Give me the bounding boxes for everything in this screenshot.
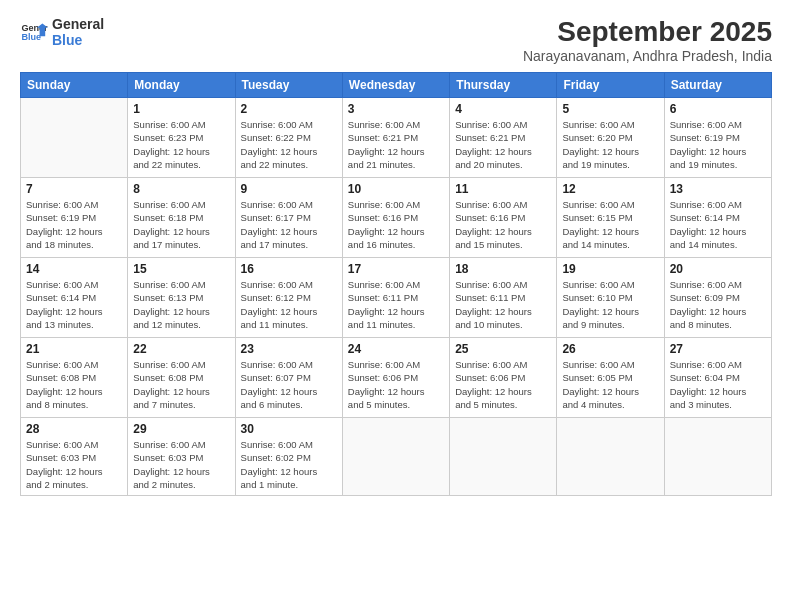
day-info: Sunrise: 6:00 AM Sunset: 6:21 PM Dayligh… [455, 118, 551, 171]
calendar-cell: 18Sunrise: 6:00 AM Sunset: 6:11 PM Dayli… [450, 258, 557, 338]
col-header-sunday: Sunday [21, 73, 128, 98]
calendar-cell: 19Sunrise: 6:00 AM Sunset: 6:10 PM Dayli… [557, 258, 664, 338]
day-info: Sunrise: 6:00 AM Sunset: 6:12 PM Dayligh… [241, 278, 337, 331]
calendar-week-row: 1Sunrise: 6:00 AM Sunset: 6:23 PM Daylig… [21, 98, 772, 178]
location: Narayanavanam, Andhra Pradesh, India [523, 48, 772, 64]
day-number: 11 [455, 182, 551, 196]
day-number: 25 [455, 342, 551, 356]
day-info: Sunrise: 6:00 AM Sunset: 6:13 PM Dayligh… [133, 278, 229, 331]
day-number: 13 [670, 182, 766, 196]
svg-text:Blue: Blue [21, 32, 41, 42]
calendar-cell [450, 418, 557, 496]
calendar-cell: 21Sunrise: 6:00 AM Sunset: 6:08 PM Dayli… [21, 338, 128, 418]
calendar-week-row: 28Sunrise: 6:00 AM Sunset: 6:03 PM Dayli… [21, 418, 772, 496]
day-info: Sunrise: 6:00 AM Sunset: 6:06 PM Dayligh… [455, 358, 551, 411]
calendar-cell: 25Sunrise: 6:00 AM Sunset: 6:06 PM Dayli… [450, 338, 557, 418]
day-info: Sunrise: 6:00 AM Sunset: 6:11 PM Dayligh… [455, 278, 551, 331]
calendar-cell: 20Sunrise: 6:00 AM Sunset: 6:09 PM Dayli… [664, 258, 771, 338]
day-number: 26 [562, 342, 658, 356]
day-number: 29 [133, 422, 229, 436]
day-number: 1 [133, 102, 229, 116]
day-number: 9 [241, 182, 337, 196]
calendar-cell: 4Sunrise: 6:00 AM Sunset: 6:21 PM Daylig… [450, 98, 557, 178]
day-info: Sunrise: 6:00 AM Sunset: 6:04 PM Dayligh… [670, 358, 766, 411]
title-block: September 2025 Narayanavanam, Andhra Pra… [523, 16, 772, 64]
calendar-cell: 3Sunrise: 6:00 AM Sunset: 6:21 PM Daylig… [342, 98, 449, 178]
day-info: Sunrise: 6:00 AM Sunset: 6:16 PM Dayligh… [348, 198, 444, 251]
logo-icon: General Blue [20, 18, 48, 46]
col-header-tuesday: Tuesday [235, 73, 342, 98]
day-number: 18 [455, 262, 551, 276]
calendar-cell: 2Sunrise: 6:00 AM Sunset: 6:22 PM Daylig… [235, 98, 342, 178]
calendar-cell: 11Sunrise: 6:00 AM Sunset: 6:16 PM Dayli… [450, 178, 557, 258]
calendar-week-row: 14Sunrise: 6:00 AM Sunset: 6:14 PM Dayli… [21, 258, 772, 338]
day-number: 7 [26, 182, 122, 196]
day-info: Sunrise: 6:00 AM Sunset: 6:19 PM Dayligh… [26, 198, 122, 251]
day-number: 6 [670, 102, 766, 116]
day-number: 19 [562, 262, 658, 276]
day-info: Sunrise: 6:00 AM Sunset: 6:22 PM Dayligh… [241, 118, 337, 171]
col-header-wednesday: Wednesday [342, 73, 449, 98]
day-info: Sunrise: 6:00 AM Sunset: 6:23 PM Dayligh… [133, 118, 229, 171]
day-number: 24 [348, 342, 444, 356]
day-info: Sunrise: 6:00 AM Sunset: 6:17 PM Dayligh… [241, 198, 337, 251]
day-info: Sunrise: 6:00 AM Sunset: 6:19 PM Dayligh… [670, 118, 766, 171]
day-info: Sunrise: 6:00 AM Sunset: 6:08 PM Dayligh… [26, 358, 122, 411]
day-info: Sunrise: 6:00 AM Sunset: 6:18 PM Dayligh… [133, 198, 229, 251]
day-info: Sunrise: 6:00 AM Sunset: 6:21 PM Dayligh… [348, 118, 444, 171]
col-header-thursday: Thursday [450, 73, 557, 98]
calendar-cell: 13Sunrise: 6:00 AM Sunset: 6:14 PM Dayli… [664, 178, 771, 258]
calendar-cell: 1Sunrise: 6:00 AM Sunset: 6:23 PM Daylig… [128, 98, 235, 178]
day-number: 23 [241, 342, 337, 356]
day-number: 27 [670, 342, 766, 356]
calendar-cell [342, 418, 449, 496]
calendar-cell: 16Sunrise: 6:00 AM Sunset: 6:12 PM Dayli… [235, 258, 342, 338]
calendar-cell: 9Sunrise: 6:00 AM Sunset: 6:17 PM Daylig… [235, 178, 342, 258]
day-number: 2 [241, 102, 337, 116]
calendar-cell: 10Sunrise: 6:00 AM Sunset: 6:16 PM Dayli… [342, 178, 449, 258]
day-number: 17 [348, 262, 444, 276]
day-number: 15 [133, 262, 229, 276]
day-info: Sunrise: 6:00 AM Sunset: 6:03 PM Dayligh… [133, 438, 229, 491]
calendar-cell: 29Sunrise: 6:00 AM Sunset: 6:03 PM Dayli… [128, 418, 235, 496]
calendar-cell: 5Sunrise: 6:00 AM Sunset: 6:20 PM Daylig… [557, 98, 664, 178]
day-number: 30 [241, 422, 337, 436]
calendar-cell [21, 98, 128, 178]
day-number: 28 [26, 422, 122, 436]
day-info: Sunrise: 6:00 AM Sunset: 6:15 PM Dayligh… [562, 198, 658, 251]
calendar-header-row: SundayMondayTuesdayWednesdayThursdayFrid… [21, 73, 772, 98]
page: General Blue General Blue September 2025… [0, 0, 792, 612]
calendar-week-row: 21Sunrise: 6:00 AM Sunset: 6:08 PM Dayli… [21, 338, 772, 418]
calendar-cell: 23Sunrise: 6:00 AM Sunset: 6:07 PM Dayli… [235, 338, 342, 418]
day-info: Sunrise: 6:00 AM Sunset: 6:16 PM Dayligh… [455, 198, 551, 251]
col-header-friday: Friday [557, 73, 664, 98]
calendar-cell: 28Sunrise: 6:00 AM Sunset: 6:03 PM Dayli… [21, 418, 128, 496]
day-info: Sunrise: 6:00 AM Sunset: 6:06 PM Dayligh… [348, 358, 444, 411]
calendar-cell: 12Sunrise: 6:00 AM Sunset: 6:15 PM Dayli… [557, 178, 664, 258]
day-info: Sunrise: 6:00 AM Sunset: 6:09 PM Dayligh… [670, 278, 766, 331]
calendar-cell: 7Sunrise: 6:00 AM Sunset: 6:19 PM Daylig… [21, 178, 128, 258]
day-number: 10 [348, 182, 444, 196]
day-info: Sunrise: 6:00 AM Sunset: 6:07 PM Dayligh… [241, 358, 337, 411]
calendar-cell: 17Sunrise: 6:00 AM Sunset: 6:11 PM Dayli… [342, 258, 449, 338]
month-title: September 2025 [523, 16, 772, 48]
day-number: 21 [26, 342, 122, 356]
calendar-cell: 27Sunrise: 6:00 AM Sunset: 6:04 PM Dayli… [664, 338, 771, 418]
day-info: Sunrise: 6:00 AM Sunset: 6:14 PM Dayligh… [26, 278, 122, 331]
logo-blue: Blue [52, 32, 104, 48]
day-number: 5 [562, 102, 658, 116]
col-header-monday: Monday [128, 73, 235, 98]
calendar-cell [664, 418, 771, 496]
day-info: Sunrise: 6:00 AM Sunset: 6:03 PM Dayligh… [26, 438, 122, 491]
day-number: 3 [348, 102, 444, 116]
calendar-cell [557, 418, 664, 496]
day-info: Sunrise: 6:00 AM Sunset: 6:10 PM Dayligh… [562, 278, 658, 331]
day-info: Sunrise: 6:00 AM Sunset: 6:11 PM Dayligh… [348, 278, 444, 331]
header: General Blue General Blue September 2025… [20, 16, 772, 64]
calendar-week-row: 7Sunrise: 6:00 AM Sunset: 6:19 PM Daylig… [21, 178, 772, 258]
day-number: 12 [562, 182, 658, 196]
logo-text: General [52, 16, 104, 32]
calendar-cell: 8Sunrise: 6:00 AM Sunset: 6:18 PM Daylig… [128, 178, 235, 258]
day-info: Sunrise: 6:00 AM Sunset: 6:02 PM Dayligh… [241, 438, 337, 491]
day-number: 16 [241, 262, 337, 276]
